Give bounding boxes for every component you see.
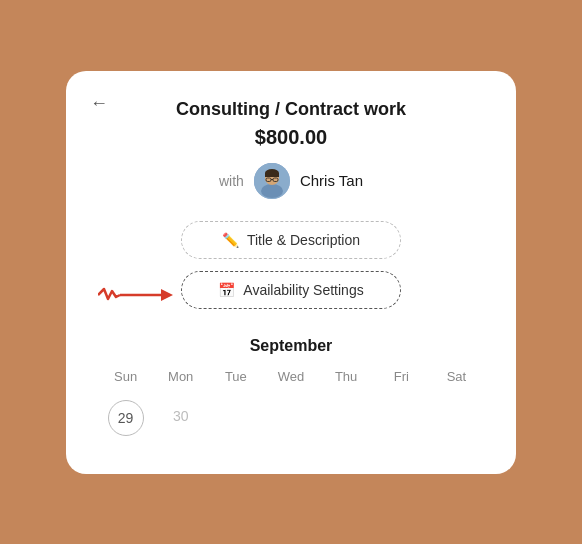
back-icon: ← <box>90 93 108 114</box>
day-header-sun: Sun <box>98 369 153 394</box>
day-header-wed: Wed <box>263 369 318 394</box>
day-cell-29[interactable]: 29 <box>98 394 153 442</box>
host-name: Chris Tan <box>300 172 363 189</box>
day-cell-empty-1 <box>208 394 263 442</box>
day-cell-empty-3 <box>319 394 374 442</box>
day-header-sat: Sat <box>429 369 484 394</box>
calendar-section: September Sun Mon Tue Wed Thu Fri Sat 29… <box>98 337 484 442</box>
card-title: Consulting / Contract work <box>98 99 484 120</box>
action-buttons-section: ✏️ Title & Description 📅 Availability Se… <box>98 221 484 309</box>
title-description-label: Title & Description <box>247 232 360 248</box>
svg-marker-9 <box>161 289 173 301</box>
day-header-mon: Mon <box>153 369 208 394</box>
arrow-indicator <box>98 287 173 303</box>
title-description-button[interactable]: ✏️ Title & Description <box>181 221 401 259</box>
svg-rect-4 <box>265 173 279 177</box>
day-cell-empty-4 <box>374 394 429 442</box>
with-label: with <box>219 173 244 189</box>
host-row: with Chris Tan <box>98 163 484 199</box>
svg-point-1 <box>261 184 283 198</box>
calendar-grid: Sun Mon Tue Wed Thu Fri Sat 29 30 <box>98 369 484 442</box>
availability-settings-label: Availability Settings <box>243 282 363 298</box>
pencil-icon: ✏️ <box>222 232 239 248</box>
day-plain-30: 30 <box>153 400 208 432</box>
day-cell-empty-2 <box>263 394 318 442</box>
arrow-svg <box>98 287 173 303</box>
day-header-fri: Fri <box>374 369 429 394</box>
avatar <box>254 163 290 199</box>
day-header-thu: Thu <box>319 369 374 394</box>
booking-card: ← Consulting / Contract work $800.00 wit… <box>66 71 516 474</box>
month-label: September <box>98 337 484 355</box>
day-circle-29: 29 <box>108 400 144 436</box>
calendar-icon: 📅 <box>218 282 235 298</box>
day-cell-empty-5 <box>429 394 484 442</box>
back-button[interactable]: ← <box>90 93 108 114</box>
day-cell-30: 30 <box>153 394 208 442</box>
availability-settings-button[interactable]: 📅 Availability Settings <box>181 271 401 309</box>
card-price: $800.00 <box>98 126 484 149</box>
day-header-tue: Tue <box>208 369 263 394</box>
